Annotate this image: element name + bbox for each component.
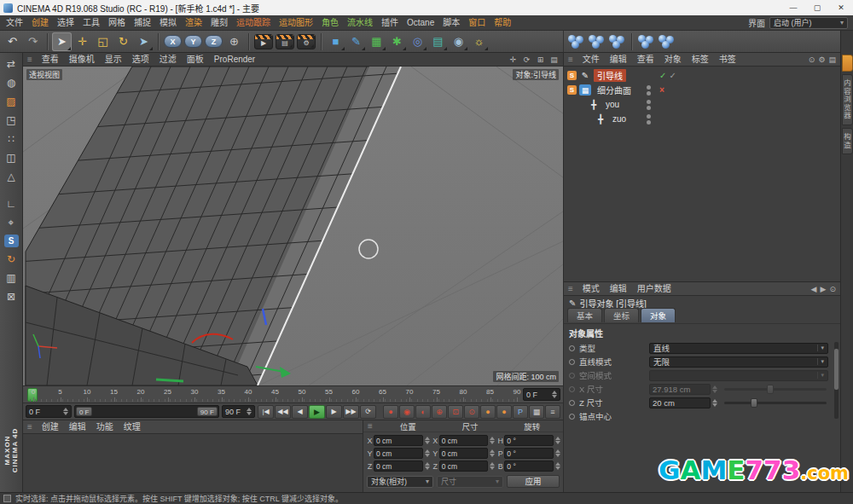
material-list-area[interactable] bbox=[23, 434, 363, 493]
frame-range-slider[interactable]: 0 F 90 F bbox=[74, 405, 219, 418]
next-key-button[interactable]: ▶▶ bbox=[343, 405, 359, 419]
panel-menu-icon[interactable]: ≡ bbox=[23, 422, 37, 432]
light-button[interactable]: ☼ bbox=[469, 32, 489, 51]
edge-tab-2[interactable]: 内容浏览器 bbox=[842, 74, 853, 125]
current-frame-field[interactable]: 0 F bbox=[26, 405, 72, 418]
am-back-icon[interactable]: ◀ bbox=[811, 285, 817, 293]
animation-dot[interactable] bbox=[569, 386, 575, 392]
rotate-button[interactable]: ↻ bbox=[113, 32, 133, 51]
prev-key-button[interactable]: ◀◀ bbox=[275, 405, 291, 419]
ruler-frame-field[interactable]: 0 F bbox=[523, 388, 560, 401]
timeline-panel-button[interactable]: ▦ bbox=[529, 405, 544, 419]
tab-2[interactable]: 坐标 bbox=[604, 308, 639, 322]
palette-icon-1-2[interactable] bbox=[587, 33, 606, 50]
scale-button[interactable]: ◱ bbox=[93, 32, 113, 51]
maximize-button[interactable]: ▢ bbox=[805, 0, 829, 15]
range-end-handle[interactable]: 90 F bbox=[197, 407, 218, 416]
menu-item-17[interactable]: 窗口 bbox=[464, 18, 490, 27]
om-menu-2[interactable]: 编辑 bbox=[605, 53, 632, 67]
am-menu-1[interactable]: 模式 bbox=[577, 282, 605, 296]
record-scale-toggle[interactable]: ⊡ bbox=[448, 405, 463, 419]
om-filter-icon[interactable]: ⚙ bbox=[818, 55, 825, 64]
animation-dot[interactable] bbox=[569, 345, 575, 351]
coordinate-input[interactable]: 0 ° bbox=[504, 435, 554, 446]
layout-panel-button[interactable]: ≡ bbox=[545, 405, 560, 419]
palette-icon-1-3[interactable] bbox=[607, 33, 627, 50]
material-menu-2[interactable]: 编辑 bbox=[64, 420, 91, 434]
timeline-ruler[interactable]: 051015202530354045505560657075808590 0 F bbox=[23, 385, 563, 403]
viewport-layout-icon[interactable]: ▤ bbox=[548, 55, 560, 64]
field-spinner[interactable] bbox=[490, 462, 495, 470]
render-picture-viewer-button[interactable]: ▤ bbox=[276, 34, 294, 49]
make-editable-button[interactable]: ⇄ bbox=[3, 55, 20, 72]
object-row-4[interactable]: ╋zuo bbox=[564, 112, 840, 126]
field-spinner[interactable] bbox=[555, 449, 560, 457]
menu-item-2[interactable]: 创建 bbox=[27, 18, 53, 27]
edges-mode-button[interactable]: ◫ bbox=[3, 149, 20, 166]
coordinate-input[interactable]: 0 cm bbox=[374, 461, 423, 472]
coordinate-input[interactable]: 0 cm bbox=[439, 461, 489, 472]
spline-pen-button[interactable]: ✎ bbox=[346, 32, 366, 51]
viewport-menu-1[interactable]: 查看 bbox=[37, 53, 64, 67]
coordinate-mode-select[interactable]: 对象(相对) ▾ bbox=[367, 476, 433, 488]
om-menu-1[interactable]: 文件 bbox=[577, 53, 605, 67]
om-menu-5[interactable]: 标签 bbox=[687, 53, 714, 67]
field-spinner[interactable] bbox=[490, 449, 495, 457]
coordinate-input[interactable]: 0 ° bbox=[504, 448, 554, 459]
minimize-button[interactable]: — bbox=[781, 0, 805, 15]
edge-tab-3[interactable]: 构造 bbox=[842, 128, 853, 154]
object-row-1[interactable]: S✎引导线✓✓ bbox=[564, 68, 840, 83]
menu-item-9[interactable]: 雕刻 bbox=[206, 18, 232, 27]
apply-button[interactable]: 应用 bbox=[507, 475, 560, 488]
menu-item-11[interactable]: 运动图形 bbox=[275, 18, 317, 27]
om-menu-6[interactable]: 书签 bbox=[714, 53, 741, 67]
layout-select[interactable]: 启动 (用户) ▾ bbox=[769, 17, 848, 29]
visibility-dots[interactable] bbox=[647, 100, 651, 110]
record-rotation-toggle[interactable]: ⊙ bbox=[464, 405, 479, 419]
coordinate-input[interactable]: 0 cm bbox=[374, 435, 423, 446]
field-spinner[interactable] bbox=[425, 437, 430, 444]
slider-knob[interactable] bbox=[751, 398, 757, 408]
viewport-menu-5[interactable]: 过滤 bbox=[154, 53, 182, 67]
viewport[interactable]: 透视视图 对象:引导线 网格间距: 100 cm bbox=[23, 67, 563, 385]
deformer-button[interactable]: ◎ bbox=[408, 32, 427, 51]
attribute-select[interactable]: 无限▾ bbox=[649, 356, 828, 368]
menu-item-6[interactable]: 捕捉 bbox=[130, 18, 155, 27]
add-primitive-button[interactable]: ■ bbox=[326, 32, 345, 51]
viewport-menu-2[interactable]: 摄像机 bbox=[64, 53, 100, 67]
am-lock-icon[interactable]: ⊙ bbox=[829, 285, 836, 293]
om-level-icon[interactable]: ▤ bbox=[828, 55, 836, 64]
snap-button[interactable]: S bbox=[4, 235, 19, 247]
panel-menu-icon[interactable]: ≡ bbox=[564, 55, 577, 64]
polygons-mode-button[interactable]: △ bbox=[3, 168, 20, 185]
animation-dot[interactable] bbox=[569, 400, 575, 406]
om-menu-4[interactable]: 对象 bbox=[659, 53, 687, 67]
undo-button[interactable]: ↶ bbox=[3, 32, 22, 51]
material-menu-4[interactable]: 纹理 bbox=[119, 420, 146, 434]
x-axis-lock-button[interactable]: X bbox=[164, 35, 182, 48]
last-tool-button[interactable]: ➤ bbox=[134, 32, 154, 51]
check-green-icon[interactable]: ✓ bbox=[659, 71, 666, 80]
object-row-2[interactable]: S▦细分曲面× bbox=[564, 83, 840, 97]
menu-item-3[interactable]: 选择 bbox=[53, 18, 78, 27]
live-selection-button[interactable]: ➤ bbox=[52, 32, 72, 51]
viewport-menu-6[interactable]: 面板 bbox=[182, 53, 209, 67]
menu-item-12[interactable]: 角色 bbox=[317, 18, 343, 27]
close-button[interactable]: ✕ bbox=[829, 0, 853, 15]
viewport-filter-button[interactable]: ⌖ bbox=[3, 214, 20, 231]
record-keyframe-button[interactable]: ● bbox=[383, 405, 398, 419]
points-mode-button[interactable]: ∷ bbox=[3, 130, 20, 148]
lock-button[interactable]: ⊠ bbox=[3, 288, 20, 305]
redo-button[interactable]: ↷ bbox=[23, 32, 43, 51]
field-spinner[interactable] bbox=[425, 449, 430, 457]
attributes-scrollbar[interactable] bbox=[834, 342, 838, 419]
palette-icon-2-2[interactable] bbox=[657, 33, 676, 50]
move-button[interactable]: ✛ bbox=[73, 32, 92, 51]
animation-dot[interactable] bbox=[569, 359, 575, 365]
coordinate-system-button[interactable]: ⊕ bbox=[224, 32, 244, 51]
frame-spinner[interactable] bbox=[247, 408, 252, 415]
palette-icon-2-1[interactable] bbox=[636, 33, 656, 50]
visibility-dots[interactable] bbox=[647, 85, 651, 96]
object-row-3[interactable]: ╋you bbox=[564, 97, 840, 112]
edge-tab-1[interactable] bbox=[842, 55, 853, 72]
